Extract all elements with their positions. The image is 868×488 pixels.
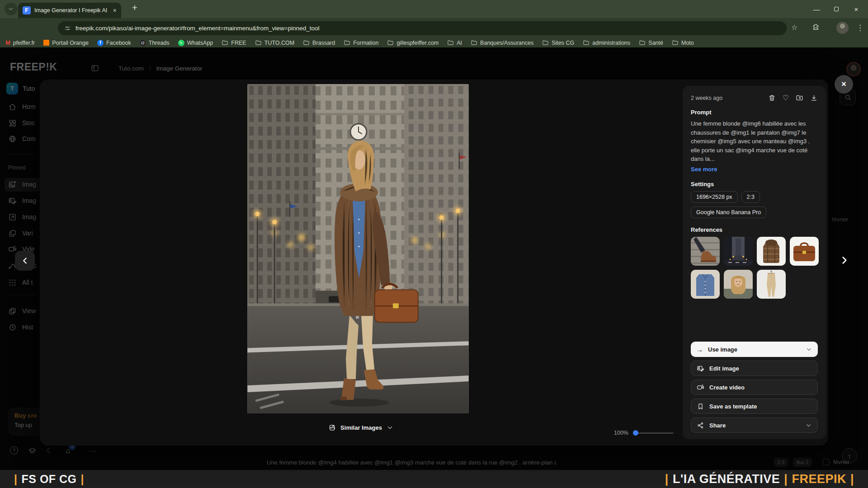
chevron-down-icon (805, 422, 812, 429)
prompt-section-label: Prompt (691, 109, 818, 116)
chevron-down-icon (386, 424, 394, 432)
gmail-icon: M (5, 40, 10, 46)
image-detail-modal: Similar Images 100% 2 weeks ago ♡ Prompt… (40, 80, 828, 446)
bookmark-item[interactable]: Brassard (303, 39, 335, 46)
browser-tab[interactable]: F Image Generator I Freepik AI × (18, 3, 121, 18)
bookmark-label: Santé (648, 40, 663, 46)
previous-image-button[interactable] (15, 251, 35, 271)
edit-image-icon (697, 365, 704, 372)
bookmark-item[interactable]: administrations (583, 39, 630, 46)
see-more-link[interactable]: See more (691, 166, 818, 173)
save-as-template-label: Save as template (709, 403, 757, 410)
bookmark-label: pfeiffer.fr (13, 40, 35, 46)
banner-right-text: L'IA GÉNÉRATIVE (673, 472, 780, 486)
edit-image-button[interactable]: Edit image (691, 361, 818, 376)
aspect-ratio-pill: 2:3 (741, 191, 760, 203)
bookmark-star-icon[interactable]: ☆ (791, 23, 797, 32)
zoom-slider-track[interactable] (635, 432, 674, 434)
folder-icon (447, 39, 454, 46)
bookmark-label: Banques/Assurances (480, 40, 533, 46)
beige-pants-reference[interactable] (757, 270, 786, 299)
url-text: freepik.com/pikaso/ai-image-generator#fr… (75, 25, 320, 32)
use-image-label: Use image (708, 346, 737, 353)
bookmark-item[interactable]: WhatsApp (178, 40, 213, 46)
bookmark-label: Portail Orange (52, 40, 89, 46)
tab-close-icon[interactable]: × (113, 7, 117, 14)
city-street-reference[interactable] (724, 237, 753, 266)
bookmark-label: gillespfeiffer.com (396, 40, 439, 46)
tab-search-button[interactable] (5, 3, 17, 15)
fur-coat-reference[interactable] (757, 237, 786, 266)
bookmark-item[interactable]: Moto (672, 39, 694, 46)
bookmark-label: Facebook (106, 40, 131, 46)
similar-images-label: Similar Images (340, 424, 382, 431)
favorite-heart-icon[interactable]: ♡ (783, 94, 789, 102)
image-details-panel: 2 weeks ago ♡ Prompt Une femme blonde @i… (683, 86, 826, 439)
similar-images-button[interactable]: Similar Images (329, 424, 394, 432)
bookmark-item[interactable]: Sites CG (542, 39, 574, 46)
leather-briefcase-reference[interactable] (790, 237, 819, 266)
separator: | (784, 472, 788, 486)
folder-icon (639, 39, 646, 46)
bookmark-label: WhatsApp (187, 40, 213, 46)
site-settings-icon[interactable] (64, 25, 71, 32)
address-bar[interactable]: freepik.com/pikaso/ai-image-generator#fr… (58, 21, 787, 35)
extensions-icon[interactable] (812, 23, 820, 31)
bookmark-item[interactable]: TUTO.COM (255, 39, 294, 46)
zoom-slider-thumb[interactable] (633, 430, 638, 436)
next-image-button[interactable] (836, 252, 853, 268)
bookmark-item[interactable]: gillespfeiffer.com (387, 39, 439, 46)
minimize-button[interactable]: — (807, 0, 826, 18)
folder-icon (222, 39, 228, 46)
window-close-button[interactable]: × (846, 0, 866, 18)
delete-icon[interactable] (768, 94, 776, 102)
modal-close-button[interactable]: × (835, 75, 853, 94)
browser-tab-bar: F Image Generator I Freepik AI × + — × (0, 0, 868, 18)
bookmark-item[interactable]: Formation (344, 39, 378, 46)
threads-icon: @ (140, 40, 146, 46)
bookmark-item[interactable]: fFacebook (97, 40, 131, 46)
edit-image-label: Edit image (709, 365, 739, 372)
freepik-favicon: F (23, 6, 31, 14)
maximize-button[interactable] (826, 0, 846, 18)
size-pill: 1696×2528 px (691, 191, 738, 203)
bookmarks-bar: Mpfeiffer.fr Portail Orange fFacebook @T… (0, 38, 868, 47)
generated-image[interactable] (247, 84, 469, 413)
banner-left-text: FS OF CG (22, 473, 77, 485)
folder-icon (255, 39, 262, 46)
references-section-label: References (691, 226, 818, 233)
bookmark-item[interactable]: Mpfeiffer.fr (5, 40, 35, 46)
whatsapp-icon (178, 40, 184, 46)
blue-shirt-reference[interactable] (691, 270, 720, 299)
references-grid (691, 237, 818, 299)
banner-left: |FS OF CG| (10, 473, 88, 486)
window-controls: — × (807, 0, 866, 18)
bookmark-item[interactable]: AI (447, 39, 462, 46)
create-video-button[interactable]: Create video (691, 380, 818, 395)
save-as-template-button[interactable]: Save as template (691, 399, 818, 414)
maximize-icon (834, 7, 839, 11)
bookmark-item[interactable]: @Threads (140, 40, 170, 46)
separator: | (665, 472, 669, 486)
download-icon[interactable] (810, 94, 818, 102)
bookmark-item[interactable]: Portail Orange (43, 40, 89, 46)
bookmark-label: Formation (353, 40, 378, 46)
browser-profile-avatar[interactable] (836, 22, 849, 34)
timestamp: 2 weeks ago (691, 95, 768, 101)
bookmark-label: Brassard (312, 40, 335, 46)
bookmark-item[interactable]: Banques/Assurances (471, 39, 533, 46)
bookmark-item[interactable]: FREE (222, 39, 246, 46)
brown-boots-reference[interactable] (691, 237, 720, 266)
browser-menu-icon[interactable]: ⋮ (856, 23, 864, 33)
prompt-text: Une femme blonde @img6 habillée avec les… (691, 119, 819, 164)
use-image-button[interactable]: → Use image (691, 342, 818, 357)
bookmark-label: Threads (149, 40, 170, 46)
add-to-folder-icon[interactable] (796, 94, 803, 102)
bookmark-item[interactable]: Santé (639, 39, 663, 46)
blonde-woman-reference[interactable] (724, 270, 753, 299)
folder-icon (583, 39, 590, 46)
folder-icon (344, 39, 350, 46)
create-video-label: Create video (709, 384, 745, 391)
share-button[interactable]: Share (691, 418, 818, 433)
new-tab-button[interactable]: + (128, 2, 141, 15)
